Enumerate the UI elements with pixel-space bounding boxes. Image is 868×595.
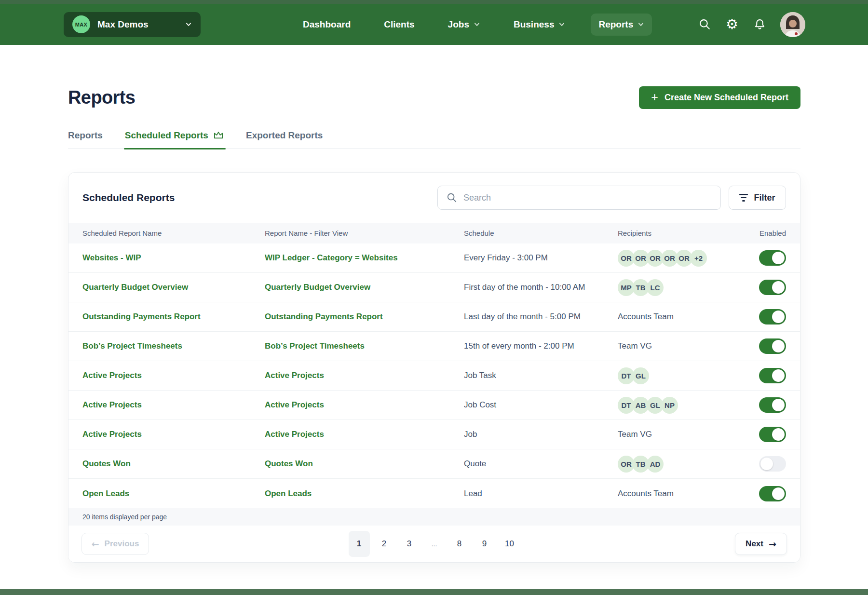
filter-view-link[interactable]: Bob’s Project Timesheets: [265, 341, 464, 351]
report-name-link[interactable]: Bob’s Project Timesheets: [82, 341, 265, 351]
schedule-cell: 15th of every month - 2:00 PM: [464, 341, 618, 351]
search-icon: [447, 192, 457, 203]
top-navbar: MAX Max Demos DashboardClientsJobsBusine…: [0, 4, 868, 45]
top-accent-strip: [0, 0, 868, 4]
org-logo: MAX: [72, 15, 90, 33]
pagination: ← Previous 123...8910 Next →: [68, 526, 800, 562]
tab-label: Reports: [68, 130, 103, 141]
enabled-toggle[interactable]: [759, 250, 786, 266]
chevron-down-icon: [474, 22, 480, 27]
recipients-cell: ORTBAD: [618, 456, 738, 473]
table-row: Active ProjectsActive ProjectsJob CostDT…: [68, 391, 800, 420]
toggle-knob: [760, 458, 773, 470]
page-number-8[interactable]: 8: [449, 531, 470, 557]
search-input[interactable]: [463, 193, 712, 203]
enabled-toggle[interactable]: [759, 456, 786, 472]
column-header: Recipients: [618, 229, 738, 237]
column-header: Report Name - Filter View: [265, 229, 464, 237]
filter-view-link[interactable]: Outstanding Payments Report: [265, 312, 464, 322]
recipients-cell: DTGL: [618, 367, 738, 384]
search-icon[interactable]: [698, 18, 711, 31]
filter-view-link[interactable]: Active Projects: [265, 400, 464, 410]
report-name-link[interactable]: Active Projects: [82, 430, 265, 439]
schedule-cell: Job: [464, 430, 618, 439]
filter-view-link[interactable]: Open Leads: [265, 489, 464, 499]
schedule-cell: Lead: [464, 489, 618, 499]
enabled-toggle[interactable]: [759, 427, 786, 442]
filter-view-link[interactable]: Quotes Won: [265, 459, 464, 469]
schedule-cell: First day of the month - 10:00 AM: [464, 283, 618, 292]
table-body: Websites - WIPWIP Ledger - Category = We…: [68, 243, 800, 508]
org-switcher[interactable]: MAX Max Demos: [64, 12, 201, 37]
recipient-chips: MPTBLC: [618, 279, 738, 296]
page-number-3[interactable]: 3: [399, 531, 420, 557]
table-row: Quarterly Budget OverviewQuarterly Budge…: [68, 273, 800, 302]
recipient-chip: AD: [647, 456, 664, 473]
tab-reports[interactable]: Reports: [68, 130, 103, 149]
nav-item-label: Jobs: [448, 19, 469, 30]
report-name-link[interactable]: Outstanding Payments Report: [82, 312, 265, 322]
chevron-down-icon: [558, 22, 565, 27]
report-tabs: ReportsScheduled ReportsExported Reports: [68, 130, 800, 149]
previous-page-button[interactable]: ← Previous: [81, 533, 149, 555]
schedule-cell: Job Cost: [464, 400, 618, 410]
report-name-link[interactable]: Quotes Won: [82, 459, 265, 469]
next-label: Next: [746, 539, 763, 549]
recipients-cell: Accounts Team: [618, 312, 738, 322]
report-name-link[interactable]: Active Projects: [82, 400, 265, 410]
nav-item-label: Business: [514, 19, 554, 30]
enabled-toggle[interactable]: [759, 486, 786, 501]
next-page-button[interactable]: Next →: [735, 533, 787, 555]
crown-icon: [213, 131, 224, 140]
filter-view-link[interactable]: Active Projects: [265, 430, 464, 439]
page-number-list: 123...8910: [349, 531, 520, 557]
enabled-toggle[interactable]: [759, 338, 786, 354]
toggle-knob: [772, 428, 785, 441]
report-name-link[interactable]: Open Leads: [82, 489, 265, 499]
nav-item-clients[interactable]: Clients: [376, 14, 422, 36]
user-avatar[interactable]: [780, 12, 805, 37]
nav-item-reports[interactable]: Reports: [591, 14, 652, 36]
recipient-chips: DTGL: [618, 367, 738, 384]
page-number-2[interactable]: 2: [374, 531, 395, 557]
tab-exported-reports[interactable]: Exported Reports: [246, 130, 323, 149]
nav-item-label: Dashboard: [303, 19, 351, 30]
recipients-cell: Accounts Team: [618, 489, 738, 499]
filter-view-link[interactable]: Quarterly Budget Overview: [265, 283, 464, 292]
report-name-link[interactable]: Websites - WIP: [82, 253, 265, 263]
scheduled-reports-card: Scheduled Reports Filter Scheduled Repor…: [68, 172, 800, 563]
schedule-cell: Job Task: [464, 371, 618, 380]
enabled-toggle[interactable]: [759, 309, 786, 325]
items-per-page-note: 20 items displayed per page: [68, 508, 800, 526]
enabled-toggle[interactable]: [759, 280, 786, 295]
create-scheduled-report-button[interactable]: + Create New Scheduled Report: [639, 86, 800, 109]
nav-actions: ⚙: [698, 12, 805, 37]
filter-button[interactable]: Filter: [729, 186, 786, 210]
page-number-10[interactable]: 10: [499, 531, 520, 557]
page-number-1[interactable]: 1: [349, 531, 370, 557]
recipients-cell: DTABGLNP: [618, 397, 738, 414]
nav-item-label: Clients: [384, 19, 414, 30]
tab-scheduled-reports[interactable]: Scheduled Reports: [125, 130, 224, 149]
report-name-link[interactable]: Active Projects: [82, 371, 265, 380]
table-row: Outstanding Payments ReportOutstanding P…: [68, 302, 800, 332]
filter-view-link[interactable]: Active Projects: [265, 371, 464, 380]
recipients-cell: MPTBLC: [618, 279, 738, 296]
report-name-link[interactable]: Quarterly Budget Overview: [82, 283, 265, 292]
settings-icon[interactable]: ⚙: [725, 18, 739, 31]
recipient-chip: GL: [632, 367, 649, 384]
nav-item-business[interactable]: Business: [506, 14, 573, 36]
toggle-knob: [772, 369, 785, 382]
page-number-9[interactable]: 9: [474, 531, 495, 557]
enabled-toggle[interactable]: [759, 397, 786, 413]
nav-item-jobs[interactable]: Jobs: [440, 14, 488, 36]
nav-item-dashboard[interactable]: Dashboard: [295, 14, 358, 36]
previous-label: Previous: [105, 539, 139, 549]
enabled-toggle[interactable]: [759, 368, 786, 383]
table-row: Websites - WIPWIP Ledger - Category = We…: [68, 243, 800, 273]
recipients-cell: Team VG: [618, 341, 738, 351]
filter-view-link[interactable]: WIP Ledger - Category = Websites: [265, 253, 464, 263]
notifications-icon[interactable]: [753, 18, 766, 31]
toggle-knob: [772, 487, 785, 500]
schedule-cell: Last day of the month - 5:00 PM: [464, 312, 618, 322]
